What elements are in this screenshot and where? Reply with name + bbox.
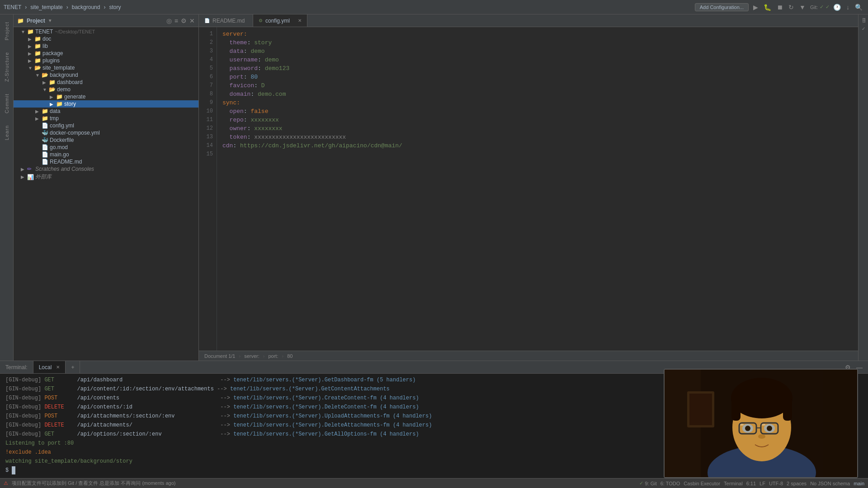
locate-icon[interactable]: ◎: [166, 17, 172, 24]
tree-item-config-yml[interactable]: ▶ 📄 config.yml: [14, 122, 198, 129]
git-clock-icon[interactable]: 🕐: [831, 3, 843, 12]
root-label: TENET: [35, 28, 53, 35]
code-line-15: [222, 150, 853, 159]
scratches-arrow: ▶: [21, 167, 27, 172]
data-arrow: ▶: [35, 109, 42, 114]
tree-item-dockerfile[interactable]: ▶ 🐳 Dockerfile: [14, 136, 198, 144]
scratches-icon: ✏: [27, 166, 35, 172]
dockerfile-icon: 🐳: [42, 137, 50, 143]
status-terminal-label[interactable]: Terminal: [724, 481, 743, 486]
status-executor[interactable]: Casbin Executor: [684, 481, 720, 486]
root-path: ~/Desktop/TENET: [55, 29, 95, 34]
code-line-2: theme: story: [222, 38, 853, 47]
tab-bar: 📄 README.md ⚙ config.yml ✕: [199, 14, 858, 27]
status-sep3: ›: [282, 353, 283, 359]
story-arrow: ▶: [50, 102, 56, 107]
config-run-icon[interactable]: ▼: [797, 3, 807, 12]
local-tab-label: Local: [39, 364, 52, 371]
project-title: Project: [27, 18, 45, 24]
tab-config[interactable]: ⚙ config.yml ✕: [253, 14, 307, 27]
status-right: ✓ 9: Git 6: TODO Casbin Executor Termina…: [639, 480, 864, 486]
local-tab-close[interactable]: ✕: [56, 365, 60, 370]
ln-6: 6: [199, 73, 213, 81]
code-editor: 1 2 3 4 5 6 7 8 9 10 11 12 13 14 15 serv…: [199, 27, 858, 351]
tree-item-site-template[interactable]: ▼ 📂 site_template: [14, 64, 198, 71]
editor-status-bar: Document 1/1 › server: › port: › 80: [199, 351, 858, 361]
tree-item-background[interactable]: ▼ 📂 background: [14, 71, 198, 79]
svg-rect-6: [783, 398, 792, 421]
tree-item-external[interactable]: ▶ 📊 外部库: [14, 173, 198, 181]
status-warning-icon: ⚠: [4, 480, 8, 486]
tree-item-go-mod[interactable]: ▶ 📄 go.mod: [14, 144, 198, 151]
tab-readme[interactable]: 📄 README.md: [199, 14, 253, 27]
stop-icon[interactable]: ⏹: [775, 3, 785, 12]
package-arrow: ▶: [28, 51, 34, 56]
project-dropdown-arrow[interactable]: ▼: [48, 18, 52, 23]
tree-item-scratches[interactable]: ▶ ✏ Scratches and Consoles: [14, 165, 198, 173]
title-bar: TENET › site_template › background › sto…: [0, 0, 868, 14]
status-left: ⚠ 项目配置文件可以添加到 Git / 查看文件 总是添加 不再询问 (mome…: [4, 480, 175, 487]
rerun-icon[interactable]: ↻: [787, 3, 796, 12]
code-line-10: open: false: [222, 107, 853, 116]
status-bar: ⚠ 项目配置文件可以添加到 Git / 查看文件 总是添加 不再询问 (mome…: [0, 478, 868, 488]
breadcrumb-background: background: [72, 4, 100, 10]
run-icon[interactable]: ▶: [751, 3, 760, 12]
data-label: data: [50, 108, 60, 114]
tree-item-dashboard[interactable]: ▶ 📁 dashboard: [14, 79, 198, 86]
breadcrumb-sep3: ›: [104, 4, 105, 10]
sidebar-learn-icon[interactable]: Learn: [2, 123, 11, 142]
tree-item-readme[interactable]: ▶ 📄 README.md: [14, 158, 198, 165]
code-line-13: token: xxxxxxxxxxxxxxxxxxxxxxxxxx: [222, 133, 853, 141]
code-line-8: domain: demo.com: [222, 90, 853, 99]
tree-item-demo[interactable]: ▼ 📂 demo: [14, 86, 198, 93]
sidebar-commit-icon[interactable]: Commit: [2, 92, 11, 115]
tree-item-plugins[interactable]: ▶ 📁 plugins: [14, 57, 198, 64]
breadcrumb-port: port:: [268, 353, 278, 359]
code-line-9: sync:: [222, 99, 853, 107]
git-update-icon[interactable]: ↓: [844, 3, 851, 12]
ln-5: 5: [199, 64, 213, 73]
code-line-14: cdn: https://cdn.jsdelivr.net/gh/aipacin…: [222, 141, 853, 150]
tree-item-docker-compose[interactable]: ▶ 🐳 docker-compose.yml: [14, 129, 198, 136]
status-charset: UTF-8: [769, 481, 783, 486]
config-tab-close[interactable]: ✕: [298, 18, 302, 23]
package-label: package: [42, 50, 63, 56]
settings-icon[interactable]: ⚙: [181, 17, 187, 24]
tree-item-data[interactable]: ▶ 📁 data: [14, 108, 198, 115]
bottom-tab-local[interactable]: Local ✕: [33, 361, 66, 373]
code-content[interactable]: server: theme: story data: demo username…: [217, 27, 858, 351]
tree-item-tmp[interactable]: ▶ 📁 tmp: [14, 115, 198, 122]
tree-item-doc[interactable]: ▶ 📁 doc: [14, 35, 198, 42]
tree-item-root[interactable]: ▼ 📁 TENET ~/Desktop/TENET: [14, 28, 198, 35]
collapse-icon[interactable]: ≡: [175, 17, 178, 24]
svg-rect-18: [689, 394, 712, 425]
bottom-tab-add[interactable]: +: [66, 361, 80, 373]
close-panel-icon[interactable]: ✕: [189, 17, 195, 24]
code-line-12: owner: xxxxxxxx: [222, 124, 853, 133]
right-sidebar: 🗄 ✓: [858, 14, 868, 361]
debug-icon[interactable]: 🐛: [762, 3, 773, 12]
tree-item-main-go[interactable]: ▶ 📄 main.go: [14, 151, 198, 158]
breadcrumb-story: story: [109, 4, 121, 10]
tree-item-lib[interactable]: ▶ 📁 lib: [14, 42, 198, 50]
root-arrow: ▼: [21, 29, 27, 34]
code-line-4: username: demo: [222, 56, 853, 64]
status-git-section[interactable]: ✓ 9: Git: [639, 480, 656, 486]
add-config-button[interactable]: Add Configuration...: [695, 3, 749, 11]
ln-15: 15: [199, 150, 213, 159]
git-check1: ✓: [820, 4, 824, 10]
file-tree: ▼ 📁 TENET ~/Desktop/TENET ▶ 📁 doc ▶ 📁 li…: [14, 27, 198, 361]
sidebar-project-icon[interactable]: Project: [2, 20, 11, 42]
status-line-col: 6:11: [746, 481, 756, 486]
tree-item-package[interactable]: ▶ 📁 package: [14, 50, 198, 57]
search-icon[interactable]: 🔍: [853, 3, 864, 12]
svg-rect-5: [731, 398, 741, 421]
db-icon[interactable]: 🗄: [859, 16, 868, 24]
sidebar-zstructure-icon[interactable]: Z-Structure: [2, 50, 11, 84]
status-todo[interactable]: 6: TODO: [660, 481, 680, 486]
ln-11: 11: [199, 116, 213, 124]
tree-item-generate[interactable]: ▶ 📁 generate: [14, 93, 198, 100]
tree-item-story[interactable]: ▶ 📁 story: [14, 100, 198, 108]
git-check2: ✓: [826, 4, 830, 10]
doc-status: Document 1/1: [204, 353, 235, 359]
